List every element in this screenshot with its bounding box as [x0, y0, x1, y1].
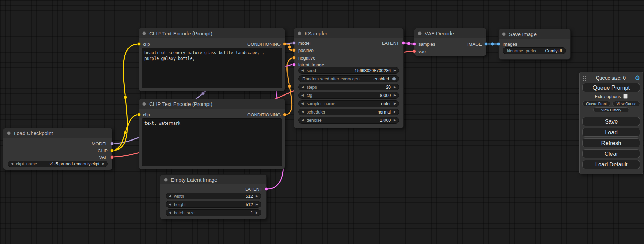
output-port-vae[interactable]: VAE — [99, 154, 114, 160]
output-port-clip[interactable]: CLIP — [98, 147, 114, 154]
widget-steps[interactable]: ◀ steps 20 ▶ — [298, 84, 399, 90]
output-port-conditioning[interactable]: CONDITIONING — [247, 41, 286, 47]
node-ksampler[interactable]: KSampler model positive negative latent_… — [294, 28, 404, 128]
model-port-dot[interactable] — [110, 142, 114, 145]
extra-options-checkbox[interactable] — [623, 94, 628, 99]
settings-gear-icon[interactable]: ⚙ — [635, 75, 640, 81]
latent-port-dot[interactable] — [413, 42, 416, 46]
widget-scheduler[interactable]: ◀ scheduler normal ▶ — [298, 109, 399, 115]
refresh-button[interactable]: Refresh — [582, 138, 640, 147]
decrement-arrow-icon[interactable]: ◀ — [301, 110, 304, 114]
increment-arrow-icon[interactable]: ▶ — [394, 85, 396, 89]
widget-denoise[interactable]: ◀ denoise 1.000 ▶ — [298, 117, 399, 124]
widget-seed[interactable]: ◀ seed 156680208700286 ▶ — [298, 67, 399, 74]
input-port-images[interactable]: images — [497, 41, 517, 47]
vae-port-dot[interactable] — [110, 155, 114, 159]
widget-filename-prefix[interactable]: filename_prefix ComfyUI — [503, 47, 566, 54]
decrement-arrow-icon[interactable]: ◀ — [301, 94, 304, 97]
node-titlebar[interactable]: CLIP Text Encode (Prompt) — [139, 28, 285, 38]
node-clip-text-encode-negative[interactable]: CLIP Text Encode (Prompt) clip CONDITION… — [139, 99, 285, 169]
latent-port-dot[interactable] — [265, 187, 268, 191]
input-port-negative[interactable]: negative — [292, 55, 315, 61]
input-port-clip[interactable]: clip — [137, 41, 150, 47]
load-default-button[interactable]: Load Default — [582, 160, 640, 169]
widget-random-seed-toggle[interactable]: Random seed after every gen enabled — [298, 75, 399, 82]
increment-arrow-icon[interactable]: ▶ — [394, 110, 396, 114]
increment-arrow-icon[interactable]: ▶ — [394, 102, 396, 105]
increment-arrow-icon[interactable]: ▶ — [102, 162, 105, 165]
latent-port-dot[interactable] — [292, 63, 296, 66]
conditioning-port-dot[interactable] — [292, 56, 296, 60]
image-port-dot[interactable] — [497, 42, 500, 46]
collapse-dot-icon[interactable] — [164, 178, 168, 182]
input-port-vae[interactable]: vae — [413, 48, 426, 54]
collapse-dot-icon[interactable] — [142, 31, 146, 35]
input-port-clip[interactable]: clip — [137, 111, 150, 118]
decrement-arrow-icon[interactable]: ◀ — [301, 69, 304, 72]
increment-arrow-icon[interactable]: ▶ — [256, 195, 258, 198]
widget-sampler-name[interactable]: ◀ sampler_name euler ▶ — [298, 100, 399, 107]
prompt-textarea[interactable]: text, watermark — [142, 118, 282, 166]
increment-arrow-icon[interactable]: ▶ — [394, 94, 396, 97]
latent-port-dot[interactable] — [402, 41, 405, 45]
collapse-dot-icon[interactable] — [502, 32, 506, 36]
queue-front-button[interactable]: Queue Front — [582, 101, 610, 106]
increment-arrow-icon[interactable]: ▶ — [256, 203, 258, 206]
view-history-button[interactable]: View History — [593, 107, 629, 112]
prompt-textarea[interactable]: beautiful scenery nature glass bottle la… — [142, 48, 282, 88]
vae-port-dot[interactable] — [413, 49, 416, 53]
node-titlebar[interactable]: VAE Decode — [414, 28, 486, 38]
node-titlebar[interactable]: Save Image — [499, 29, 570, 39]
decrement-arrow-icon[interactable]: ◀ — [169, 195, 171, 198]
decrement-arrow-icon[interactable]: ◀ — [301, 85, 304, 89]
output-port-latent[interactable]: LATENT — [245, 186, 268, 192]
increment-arrow-icon[interactable]: ▶ — [394, 69, 396, 72]
node-vae-decode[interactable]: VAE Decode samples vae IMAGE — [414, 28, 486, 56]
node-graph-canvas[interactable]: Load Checkpoint MODEL CLIP VAE ◀ ckpt_na… — [0, 0, 644, 244]
input-port-positive[interactable]: positive — [292, 47, 314, 53]
input-port-samples[interactable]: samples — [413, 41, 435, 47]
widget-batch-size[interactable]: ◀ batch_size 1 ▶ — [166, 209, 261, 216]
node-titlebar[interactable]: CLIP Text Encode (Prompt) — [139, 99, 285, 109]
conditioning-port-dot[interactable] — [283, 113, 286, 116]
node-titlebar[interactable]: Empty Latent Image — [160, 175, 266, 184]
node-empty-latent-image[interactable]: Empty Latent Image LATENT ◀ width 512 ▶ … — [160, 174, 267, 219]
model-port-dot[interactable] — [292, 41, 296, 45]
output-port-latent[interactable]: LATENT — [382, 40, 405, 46]
input-port-model[interactable]: model — [292, 40, 310, 46]
increment-arrow-icon[interactable]: ▶ — [394, 119, 396, 122]
clip-port-dot[interactable] — [137, 42, 141, 46]
decrement-arrow-icon[interactable]: ◀ — [169, 211, 171, 214]
widget-height[interactable]: ◀ height 512 ▶ — [166, 201, 261, 208]
drag-handle-icon[interactable] — [582, 75, 586, 81]
clip-port-dot[interactable] — [137, 113, 141, 116]
clip-port-dot[interactable] — [110, 149, 114, 152]
collapse-dot-icon[interactable] — [7, 131, 11, 135]
collapse-dot-icon[interactable] — [418, 31, 422, 35]
clear-button[interactable]: Clear — [582, 149, 640, 158]
collapse-dot-icon[interactable] — [142, 102, 146, 106]
view-queue-button[interactable]: View Queue — [612, 101, 640, 106]
widget-width[interactable]: ◀ width 512 ▶ — [166, 193, 261, 199]
decrement-arrow-icon[interactable]: ◀ — [169, 203, 171, 206]
widget-ckpt-name[interactable]: ◀ ckpt_name v1-5-pruned-emaonly.ckpt ▶ — [8, 161, 108, 167]
increment-arrow-icon[interactable]: ▶ — [256, 211, 258, 214]
node-titlebar[interactable]: Load Checkpoint — [3, 128, 112, 138]
collapse-dot-icon[interactable] — [298, 31, 301, 35]
node-clip-text-encode-positive[interactable]: CLIP Text Encode (Prompt) clip CONDITION… — [139, 28, 285, 91]
node-titlebar[interactable]: KSampler — [294, 28, 403, 38]
load-button[interactable]: Load — [582, 128, 640, 137]
conditioning-port-dot[interactable] — [292, 48, 296, 52]
save-button[interactable]: Save — [582, 117, 640, 126]
queue-prompt-button[interactable]: Queue Prompt — [582, 83, 640, 92]
conditioning-port-dot[interactable] — [283, 42, 286, 46]
toggle-knob-icon[interactable] — [392, 77, 396, 81]
node-save-image[interactable]: Save Image images filename_prefix ComfyU… — [498, 29, 571, 60]
output-port-model[interactable]: MODEL — [92, 141, 114, 147]
output-port-conditioning[interactable]: CONDITIONING — [247, 111, 286, 118]
output-port-image[interactable]: IMAGE — [467, 41, 488, 47]
decrement-arrow-icon[interactable]: ◀ — [11, 162, 13, 165]
decrement-arrow-icon[interactable]: ◀ — [301, 119, 304, 122]
decrement-arrow-icon[interactable]: ◀ — [301, 102, 304, 105]
node-load-checkpoint[interactable]: Load Checkpoint MODEL CLIP VAE ◀ ckpt_na… — [3, 128, 112, 170]
